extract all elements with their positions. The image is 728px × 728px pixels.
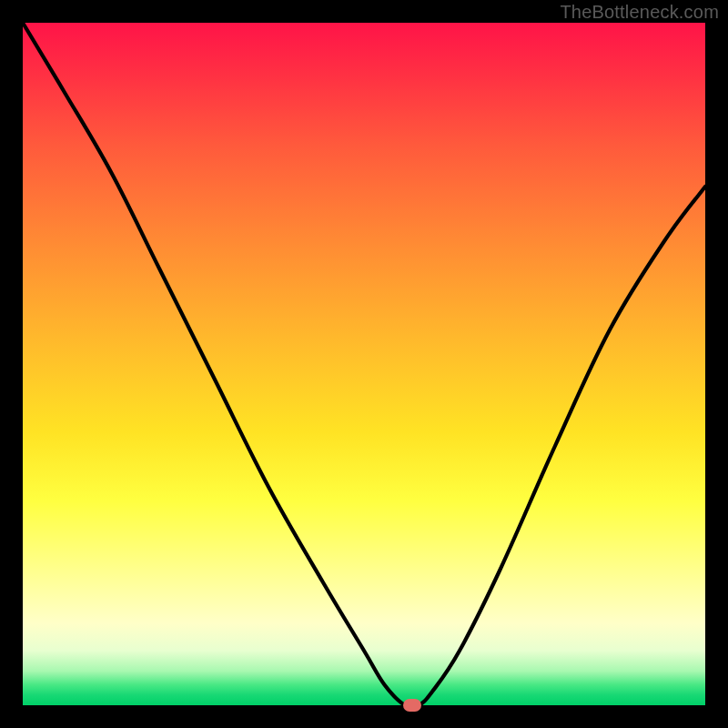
plot-area: [23, 23, 705, 705]
watermark-text: TheBottleneck.com: [560, 2, 719, 23]
chart-frame: TheBottleneck.com: [0, 0, 728, 728]
optimal-point-marker: [403, 699, 421, 712]
bottleneck-curve: [23, 23, 705, 705]
